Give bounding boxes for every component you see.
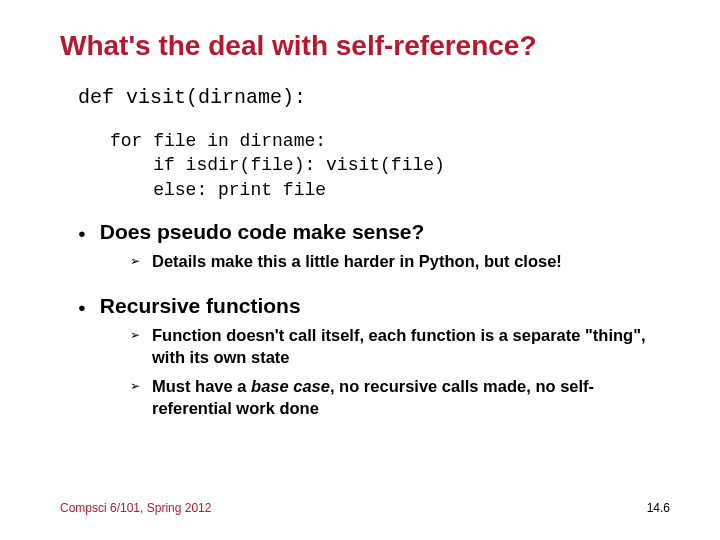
bullet-item: ● Recursive functions xyxy=(78,294,670,318)
footer-left: Compsci 6/101, Spring 2012 xyxy=(60,501,211,515)
arrow-icon: ➢ xyxy=(130,379,140,393)
sub-bullet-item: ➢ Must have a base case, no recursive ca… xyxy=(130,375,670,420)
bullet-item: ● Does pseudo code make sense? xyxy=(78,220,670,244)
arrow-icon: ➢ xyxy=(130,254,140,268)
slide-title: What's the deal with self-reference? xyxy=(60,30,670,62)
slide: What's the deal with self-reference? def… xyxy=(0,0,720,419)
bullet-text: Does pseudo code make sense? xyxy=(100,220,424,244)
arrow-icon: ➢ xyxy=(130,328,140,342)
bullet-text: Recursive functions xyxy=(100,294,301,318)
sub-bullet-text: Function doesn't call itself, each funct… xyxy=(152,324,670,369)
sub-prefix: Must have a xyxy=(152,377,251,395)
sub-italic: base case xyxy=(251,377,330,395)
footer-right: 14.6 xyxy=(647,501,670,515)
code-def-line: def visit(dirname): xyxy=(78,84,670,111)
sub-bullet-text: Must have a base case, no recursive call… xyxy=(152,375,670,420)
sub-bullet-item: ➢ Function doesn't call itself, each fun… xyxy=(130,324,670,369)
sub-bullet-item: ➢ Details make this a little harder in P… xyxy=(130,250,670,272)
bullet-dot-icon: ● xyxy=(78,226,86,241)
bullet-dot-icon: ● xyxy=(78,300,86,315)
code-body: for file in dirname: if isdir(file): vis… xyxy=(110,129,670,202)
sub-bullet-text: Details make this a little harder in Pyt… xyxy=(152,250,562,272)
